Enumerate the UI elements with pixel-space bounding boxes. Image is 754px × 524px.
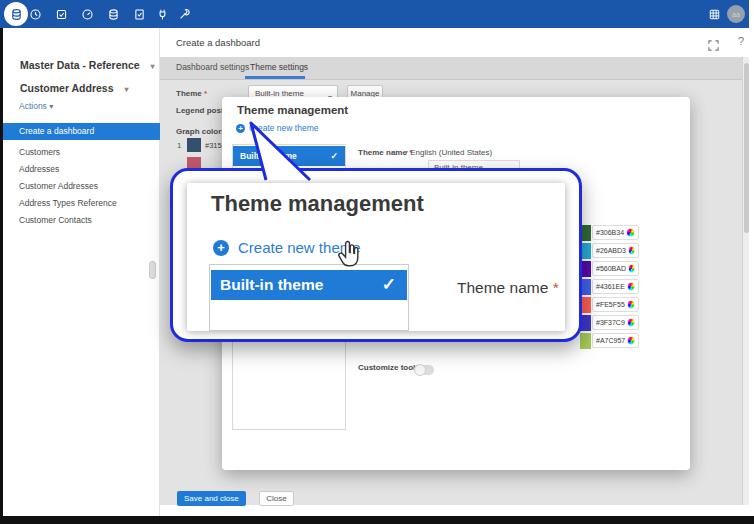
cursor-hand-icon — [336, 240, 360, 269]
color-wheel-icon[interactable] — [627, 300, 635, 309]
actions-menu[interactable]: Actions ▾ — [19, 101, 53, 111]
chevron-down-icon: ▾ — [49, 102, 53, 111]
color-wheel-icon[interactable] — [627, 318, 635, 327]
help-icon[interactable]: ? — [734, 35, 748, 47]
plug-icon[interactable] — [154, 6, 170, 22]
theme-color-row[interactable]: #560BAD — [592, 261, 639, 276]
check-icon: ✓ — [330, 146, 338, 166]
color-wheel-icon[interactable] — [626, 228, 635, 237]
sidebar-scrollbar-thumb[interactable] — [149, 261, 156, 279]
workspace-selector[interactable]: Master Data - Reference ▾ — [20, 59, 155, 71]
graph-color-hex-1: #315E — [205, 141, 223, 150]
gauge-icon[interactable] — [79, 6, 95, 22]
sidebar-item-address-types-reference[interactable]: Address Types Reference — [19, 198, 117, 208]
chevron-down-icon: ▾ — [404, 148, 408, 157]
theme-color-row[interactable]: #A7C957 — [592, 333, 639, 348]
toggle-knob — [414, 364, 426, 376]
theme-color-row[interactable]: #306B34 — [592, 225, 639, 240]
close-button[interactable]: Close — [259, 491, 293, 506]
save-and-close-button[interactable]: Save and close — [177, 491, 246, 506]
screen-edge-left — [0, 28, 3, 524]
avatar[interactable]: aa — [727, 5, 745, 23]
active-section-button[interactable] — [4, 2, 28, 26]
data-icon[interactable] — [105, 6, 121, 22]
sidebar-item-addresses[interactable]: Addresses — [19, 164, 59, 174]
plus-icon: + — [213, 240, 229, 256]
screen-edge-right — [749, 0, 754, 516]
screen-edge-bottom — [0, 516, 754, 524]
chevron-down-icon: ▾ — [151, 62, 155, 71]
zoom-callout-card: Theme management + Create new theme Buil… — [187, 183, 565, 331]
graph-color-row-index: 1 — [177, 141, 181, 150]
clock-icon[interactable] — [27, 6, 43, 22]
tasks-check-icon[interactable] — [53, 6, 69, 22]
sidebar-item-customers[interactable]: Customers — [19, 147, 60, 157]
language-select[interactable]: ▾ English (United States) — [404, 148, 492, 157]
audit-doc-icon[interactable] — [131, 6, 147, 22]
color-wheel-icon[interactable] — [627, 336, 635, 345]
color-wheel-icon[interactable] — [628, 246, 635, 255]
zoom-callout: Theme management + Create new theme Buil… — [170, 168, 582, 342]
sidebar-item-customer-contacts[interactable]: Customer Contacts — [19, 215, 92, 225]
callout-theme-name-label: Theme name * — [457, 279, 559, 297]
callout-theme-list: Built-in theme ✓ — [209, 264, 409, 331]
color-wheel-icon[interactable] — [628, 264, 635, 273]
theme-color-swatch[interactable] — [580, 333, 591, 349]
fullscreen-icon[interactable] — [708, 37, 719, 55]
page-scrollbar[interactable] — [742, 57, 749, 505]
sidebar: Master Data - Reference ▾ Customer Addre… — [3, 28, 160, 516]
active-tab-underline — [245, 76, 305, 79]
footer-buttons: Save and close Close — [177, 487, 294, 506]
callout-tail — [236, 118, 328, 184]
customize-tooltip-toggle[interactable] — [414, 365, 434, 375]
theme-color-row[interactable]: #26ABD3 — [592, 243, 639, 258]
graph-color-swatch-1[interactable] — [187, 138, 201, 152]
dialog-title: Theme management — [237, 104, 348, 116]
callout-theme-list-item-builtin[interactable]: Built-in theme ✓ — [211, 270, 407, 300]
database-icon — [10, 8, 23, 21]
chevron-down-icon: ▾ — [124, 85, 128, 94]
content-footer-strip — [160, 505, 749, 516]
tab-dashboard-settings[interactable]: Dashboard settings — [176, 62, 249, 72]
top-navigation-bar: aa — [0, 0, 754, 28]
app-window: aa Master Data - Reference ▾ Customer Ad… — [0, 0, 754, 524]
section-selector[interactable]: Customer Address ▾ — [20, 82, 129, 94]
legend-position-label: Legend position — [176, 106, 223, 115]
tab-bar: Dashboard settings Theme settings — [160, 57, 750, 80]
theme-color-row[interactable]: #3F37C9 — [592, 315, 639, 330]
page-header: Create a dashboard ? — [160, 28, 750, 57]
apps-grid-icon[interactable] — [706, 6, 722, 22]
wrench-icon[interactable] — [176, 6, 192, 22]
callout-title: Theme management — [211, 191, 424, 217]
graph-colors-label: Graph colors — [176, 127, 226, 136]
check-icon: ✓ — [382, 270, 396, 300]
theme-color-row[interactable]: #FE5F55 — [592, 297, 639, 312]
tab-theme-settings[interactable]: Theme settings — [250, 62, 308, 72]
color-wheel-icon[interactable] — [627, 282, 635, 291]
page-title: Create a dashboard — [176, 37, 260, 48]
sidebar-item-create-a-dashboard[interactable]: Create a dashboard — [0, 123, 160, 140]
theme-color-row[interactable]: #4361EE — [592, 279, 639, 294]
theme-field-label: Theme * — [176, 89, 207, 98]
sidebar-item-customer-addresses[interactable]: Customer Addresses — [19, 181, 98, 191]
